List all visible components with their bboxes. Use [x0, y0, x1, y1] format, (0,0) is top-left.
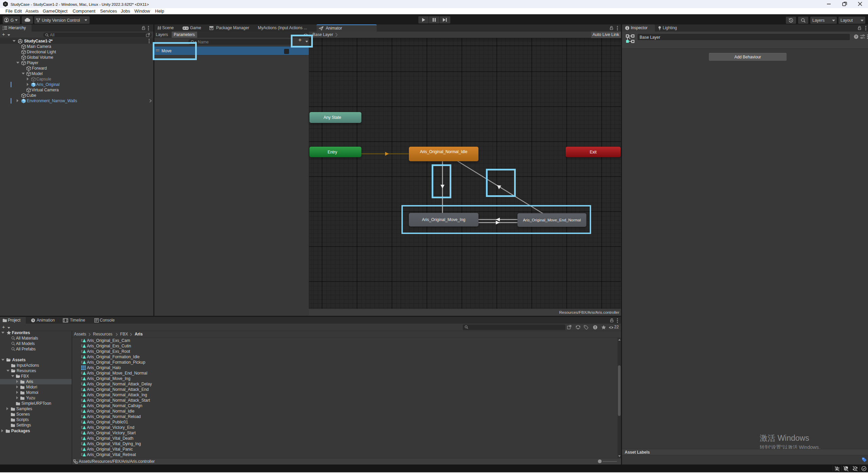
svg-text:?: ?: [855, 35, 857, 38]
